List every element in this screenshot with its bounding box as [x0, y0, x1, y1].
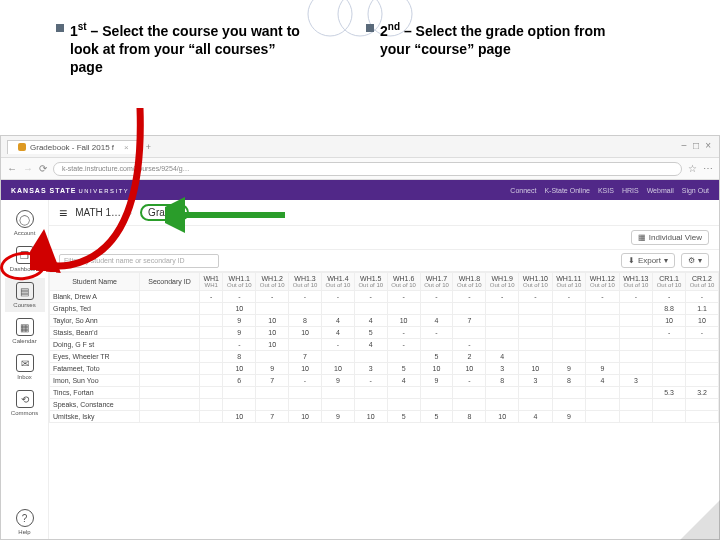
ks-logo[interactable]: KANSAS STATE U N I V E R S I T Y — [11, 187, 128, 194]
bullet-icon — [56, 24, 64, 32]
ks-link[interactable]: Sign Out — [682, 187, 709, 194]
window-close[interactable]: × — [705, 140, 711, 151]
view-toggle[interactable]: ▦ Individual View — [631, 230, 709, 245]
nav-back-icon[interactable]: ← — [7, 163, 17, 174]
ks-links: Connect K-State Online KSIS HRIS Webmail… — [510, 187, 709, 194]
table-row[interactable]: Tincs, Fortan5.33.2 — [50, 387, 719, 399]
chevron-down-icon: ▾ — [698, 256, 702, 265]
table-row[interactable]: Doing, G F st-10-4-- — [50, 339, 719, 351]
gear-icon: ⚙ — [688, 256, 695, 265]
breadcrumb-row: ≡ MATH 1… › Grades — [49, 200, 719, 226]
settings-button[interactable]: ⚙ ▾ — [681, 253, 709, 268]
instruction-2: 2nd – Select the grade option from your … — [380, 20, 610, 76]
window-min[interactable]: − — [681, 140, 687, 151]
ks-link[interactable]: Webmail — [647, 187, 674, 194]
toolbar: ▦ Individual View — [49, 226, 719, 250]
reload-icon[interactable]: ⟳ — [39, 163, 47, 174]
nav-inbox[interactable]: ✉Inbox — [5, 350, 45, 384]
export-button[interactable]: ⬇ Export ▾ — [621, 253, 675, 268]
table-row[interactable]: Graphs, Ted108.81.1 — [50, 303, 719, 315]
help-icon: ? — [16, 509, 34, 527]
side-nav: ◯Account ❐Dashboard ▤Courses ▦Calendar ✉… — [1, 200, 49, 539]
nav-label: Calendar — [12, 338, 36, 344]
nav-label: Courses — [13, 302, 35, 308]
table-row[interactable]: Speaks, Constance — [50, 399, 719, 411]
tab-close-icon[interactable]: × — [124, 143, 129, 152]
inbox-icon: ✉ — [16, 354, 34, 372]
page-curl — [680, 500, 720, 540]
download-icon: ⬇ — [628, 256, 635, 265]
window-max[interactable]: □ — [693, 140, 699, 151]
table-row[interactable]: Umitske, Isky107109105581049 — [50, 411, 719, 423]
commons-icon: ⟲ — [16, 390, 34, 408]
tab-title: Gradebook - Fall 2015 f — [30, 143, 114, 152]
ks-logo-sub: U N I V E R S I T Y — [78, 188, 127, 194]
view-label: Individual View — [649, 233, 702, 242]
crumb-grades[interactable]: Grades — [140, 204, 189, 221]
ks-link[interactable]: KSIS — [598, 187, 614, 194]
address-row: ← → ⟳ k-state.instructure.com/courses/92… — [1, 158, 719, 180]
grid-icon: ▦ — [638, 233, 646, 242]
nav-commons[interactable]: ⟲Commons — [5, 386, 45, 420]
nav-courses[interactable]: ▤Courses — [5, 278, 45, 312]
kebab-icon[interactable]: ⋯ — [703, 163, 713, 174]
filter-row: Filter by student name or secondary ID ⬇… — [49, 250, 719, 272]
ks-link[interactable]: HRIS — [622, 187, 639, 194]
table-row[interactable]: Eyes, Wheeler TR87524 — [50, 351, 719, 363]
user-icon: ◯ — [16, 210, 34, 228]
browser-tab[interactable]: Gradebook - Fall 2015 f × — [7, 140, 140, 154]
calendar-icon: ▦ — [16, 318, 34, 336]
bullet-icon — [366, 24, 374, 32]
crumb-course[interactable]: MATH 1… — [75, 207, 121, 218]
nav-label: Dashboard — [10, 266, 39, 272]
instruction-2-text: 2nd – Select the grade option from your … — [380, 23, 605, 57]
courses-icon: ▤ — [16, 282, 34, 300]
nav-label: Help — [18, 529, 30, 535]
instruction-1-text: 1st – Select the course you want to look… — [70, 23, 300, 75]
table-row[interactable]: Taylor, So Ann91084410471010 — [50, 315, 719, 327]
nav-help[interactable]: ?Help — [5, 505, 45, 539]
instruction-1: 1st – Select the course you want to look… — [70, 20, 300, 76]
ks-logo-main: KANSAS STATE — [11, 187, 76, 194]
table-row[interactable]: Imon, Sun Yoo67-9-49-83843 — [50, 375, 719, 387]
dashboard-icon: ❐ — [16, 246, 34, 264]
ks-link[interactable]: Connect — [510, 187, 536, 194]
gradebook-grid[interactable]: Student NameSecondary IDWH1WH1WH1.1Out o… — [49, 272, 719, 539]
nav-fwd-icon[interactable]: → — [23, 163, 33, 174]
url-bar[interactable]: k-state.instructure.com/courses/9254/g… — [53, 162, 682, 176]
nav-label: Commons — [11, 410, 38, 416]
browser-window: − □ × Gradebook - Fall 2015 f × + ← → ⟳ … — [0, 135, 720, 540]
tab-bar: Gradebook - Fall 2015 f × + — [1, 136, 719, 158]
ks-header: KANSAS STATE U N I V E R S I T Y Connect… — [1, 180, 719, 200]
url-text: k-state.instructure.com/courses/9254/g… — [62, 165, 190, 172]
table-row[interactable]: Fatameet, Toto109101035101031099 — [50, 363, 719, 375]
nav-account[interactable]: ◯Account — [5, 206, 45, 240]
nav-label: Inbox — [17, 374, 32, 380]
new-tab-button[interactable]: + — [146, 142, 151, 152]
table-row[interactable]: Stasis, Bean'd9101045---- — [50, 327, 719, 339]
filter-input[interactable]: Filter by student name or secondary ID — [59, 254, 219, 268]
window-controls: − □ × — [681, 140, 711, 151]
nav-calendar[interactable]: ▦Calendar — [5, 314, 45, 348]
tab-favicon — [18, 143, 26, 151]
chevron-down-icon: ▾ — [664, 256, 668, 265]
hamburger-icon[interactable]: ≡ — [59, 205, 67, 221]
nav-dashboard[interactable]: ❐Dashboard — [5, 242, 45, 276]
chevron-right-icon: › — [129, 208, 132, 218]
nav-label: Account — [14, 230, 36, 236]
table-row[interactable]: Blank, Drew A---------------- — [50, 291, 719, 303]
bookmark-icon[interactable]: ☆ — [688, 163, 697, 174]
main-area: ≡ MATH 1… › Grades ▦ Individual View Fil… — [49, 200, 719, 539]
export-label: Export — [638, 256, 661, 265]
ks-link[interactable]: K-State Online — [544, 187, 590, 194]
filter-placeholder: Filter by student name or secondary ID — [64, 257, 185, 264]
